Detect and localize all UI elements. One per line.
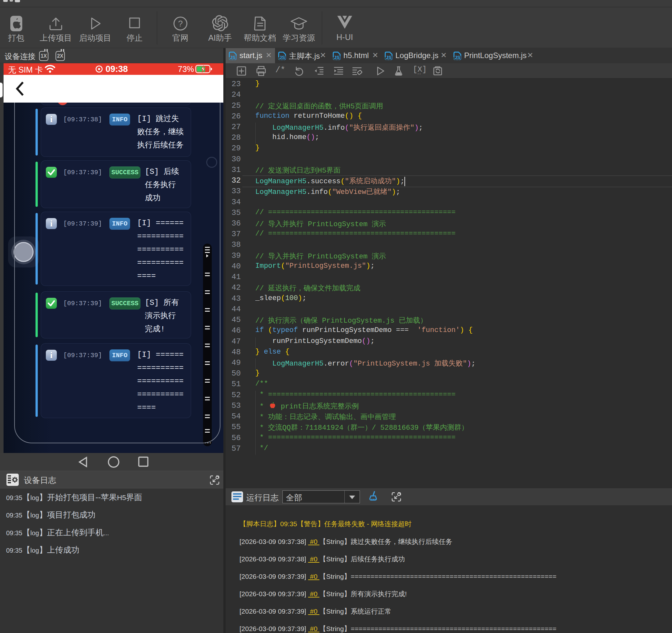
svg-text:?: ? xyxy=(178,19,183,28)
svg-text:JS: JS xyxy=(334,54,340,60)
svg-text:JS: JS xyxy=(230,54,236,60)
svg-text:JS: JS xyxy=(454,54,460,60)
svg-text:JS: JS xyxy=(386,54,391,60)
svg-text:JS: JS xyxy=(279,54,285,60)
